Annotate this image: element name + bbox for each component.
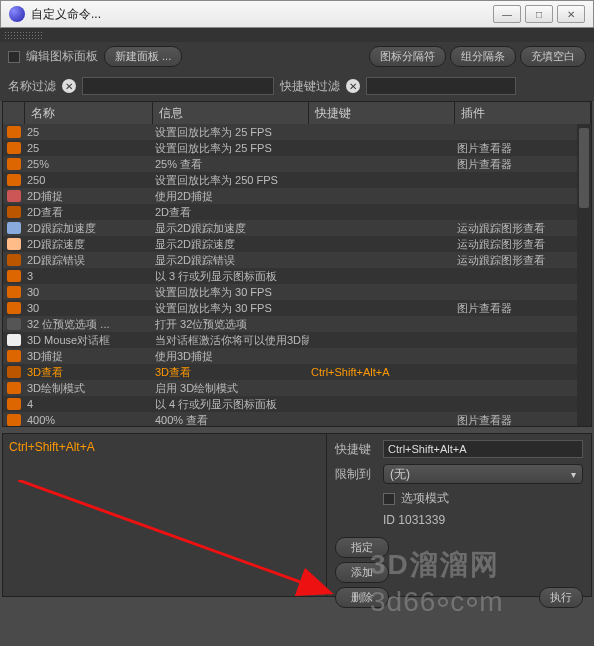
cell-name: 2D跟踪错误 xyxy=(25,253,153,268)
table-row[interactable]: 25设置回放比率为 25 FPS xyxy=(3,124,577,140)
toolbar: 编辑图标面板 新建面板 ... 图标分隔符 组分隔条 充填空白 xyxy=(0,42,594,71)
close-button[interactable]: ✕ xyxy=(557,5,585,23)
cell-info: 以 3 行或列显示图标面板 xyxy=(153,269,309,284)
cell-plugin: 图片查看器 xyxy=(455,141,577,156)
cell-plugin: 运动跟踪图形查看 xyxy=(455,237,577,252)
row-icon xyxy=(3,302,25,314)
row-icon xyxy=(3,174,25,186)
cell-plugin: 运动跟踪图形查看 xyxy=(455,221,577,236)
shortcut-filter-clear-icon[interactable]: ✕ xyxy=(346,79,360,93)
icon-separator-button[interactable]: 图标分隔符 xyxy=(369,46,446,67)
name-filter-label: 名称过滤 xyxy=(8,78,56,95)
shortcut-field-label: 快捷键 xyxy=(335,441,377,458)
new-panel-button[interactable]: 新建面板 ... xyxy=(104,46,182,67)
table-row[interactable]: 2D跟踪速度显示2D跟踪速度运动跟踪图形查看 xyxy=(3,236,577,252)
cell-info: 2D查看 xyxy=(153,205,309,220)
command-id-text: ID 1031339 xyxy=(383,513,445,527)
table-row[interactable]: 30设置回放比率为 30 FPS xyxy=(3,284,577,300)
add-button[interactable]: 添加 xyxy=(335,562,389,583)
minimize-button[interactable]: — xyxy=(493,5,521,23)
cell-name: 3D查看 xyxy=(25,365,153,380)
row-icon xyxy=(3,270,25,282)
table-row[interactable]: 2D捕捉使用2D捕捉 xyxy=(3,188,577,204)
row-icon xyxy=(3,398,25,410)
cell-name: 25 xyxy=(25,142,153,154)
row-icon xyxy=(3,382,25,394)
command-table: 名称 信息 快捷键 插件 25设置回放比率为 25 FPS25设置回放比率为 2… xyxy=(2,101,592,427)
header-shortcut[interactable]: 快捷键 xyxy=(309,102,455,125)
table-row[interactable]: 25设置回放比率为 25 FPS图片查看器 xyxy=(3,140,577,156)
row-icon xyxy=(3,142,25,154)
cell-name: 25% xyxy=(25,158,153,170)
name-filter-input[interactable] xyxy=(82,77,274,95)
row-icon xyxy=(3,158,25,170)
cell-name: 32 位预览选项 ... xyxy=(25,317,153,332)
fill-blank-button[interactable]: 充填空白 xyxy=(520,46,586,67)
header-name[interactable]: 名称 xyxy=(25,102,153,125)
row-icon xyxy=(3,238,25,250)
header-plugin[interactable]: 插件 xyxy=(455,102,591,125)
shortcut-filter-input[interactable] xyxy=(366,77,516,95)
cell-name: 3D Mouse对话框 xyxy=(25,333,153,348)
row-icon xyxy=(3,350,25,362)
table-row[interactable]: 400%400% 查看图片查看器 xyxy=(3,412,577,426)
grip-bar[interactable] xyxy=(0,28,594,42)
restrict-select[interactable]: (无) xyxy=(383,464,583,484)
edit-panel-label: 编辑图标面板 xyxy=(26,48,98,65)
table-row[interactable]: 25%25% 查看图片查看器 xyxy=(3,156,577,172)
cell-info: 使用2D捕捉 xyxy=(153,189,309,204)
cell-name: 2D查看 xyxy=(25,205,153,220)
table-row[interactable]: 30设置回放比率为 30 FPS图片查看器 xyxy=(3,300,577,316)
header-info[interactable]: 信息 xyxy=(153,102,309,125)
cell-plugin: 图片查看器 xyxy=(455,413,577,427)
assign-button[interactable]: 指定 xyxy=(335,537,389,558)
vertical-scrollbar[interactable] xyxy=(577,124,591,426)
window-titlebar: 自定义命令... — □ ✕ xyxy=(0,0,594,28)
table-row[interactable]: 250设置回放比率为 250 FPS xyxy=(3,172,577,188)
table-row[interactable]: 2D查看2D查看 xyxy=(3,204,577,220)
table-row[interactable]: 2D跟踪错误显示2D跟踪错误运动跟踪图形查看 xyxy=(3,252,577,268)
table-row[interactable]: 3D查看3D查看Ctrl+Shift+Alt+A xyxy=(3,364,577,380)
cell-info: 3D查看 xyxy=(153,365,309,380)
table-row[interactable]: 4以 4 行或列显示图标面板 xyxy=(3,396,577,412)
table-row[interactable]: 2D跟踪加速度显示2D跟踪加速度运动跟踪图形查看 xyxy=(3,220,577,236)
cell-name: 2D跟踪速度 xyxy=(25,237,153,252)
group-separator-button[interactable]: 组分隔条 xyxy=(450,46,516,67)
name-filter-clear-icon[interactable]: ✕ xyxy=(62,79,76,93)
table-row[interactable]: 3D绘制模式启用 3D绘制模式 xyxy=(3,380,577,396)
cell-name: 250 xyxy=(25,174,153,186)
table-row[interactable]: 3D捕捉使用3D捕捉 xyxy=(3,348,577,364)
cell-info: 设置回放比率为 30 FPS xyxy=(153,285,309,300)
cell-info: 设置回放比率为 250 FPS xyxy=(153,173,309,188)
row-icon xyxy=(3,286,25,298)
cell-info: 设置回放比率为 25 FPS xyxy=(153,141,309,156)
table-header: 名称 信息 快捷键 插件 xyxy=(3,102,591,126)
row-icon xyxy=(3,222,25,234)
maximize-button[interactable]: □ xyxy=(525,5,553,23)
option-mode-checkbox[interactable] xyxy=(383,493,395,505)
table-row[interactable]: 32 位预览选项 ...打开 32位预览选项 xyxy=(3,316,577,332)
shortcut-input[interactable] xyxy=(383,440,583,458)
restrict-label: 限制到 xyxy=(335,466,377,483)
row-icon xyxy=(3,254,25,266)
run-button[interactable]: 执行 xyxy=(539,587,583,608)
cell-info: 显示2D跟踪加速度 xyxy=(153,221,309,236)
cell-name: 2D跟踪加速度 xyxy=(25,221,153,236)
row-icon xyxy=(3,190,25,202)
cell-name: 30 xyxy=(25,302,153,314)
cell-info: 显示2D跟踪错误 xyxy=(153,253,309,268)
row-icon xyxy=(3,366,25,378)
cell-info: 显示2D跟踪速度 xyxy=(153,237,309,252)
scrollbar-thumb[interactable] xyxy=(579,128,589,208)
row-icon xyxy=(3,414,25,426)
cell-name: 3D捕捉 xyxy=(25,349,153,364)
edit-panel-checkbox[interactable] xyxy=(8,51,20,63)
cell-name: 25 xyxy=(25,126,153,138)
table-row[interactable]: 3以 3 行或列显示图标面板 xyxy=(3,268,577,284)
cell-name: 3D绘制模式 xyxy=(25,381,153,396)
delete-button[interactable]: 删除 xyxy=(335,587,389,608)
table-row[interactable]: 3D Mouse对话框当对话框激活你将可以使用3D鼠 xyxy=(3,332,577,348)
option-mode-label: 选项模式 xyxy=(401,490,449,507)
cell-info: 当对话框激活你将可以使用3D鼠 xyxy=(153,333,309,348)
current-shortcut-display: Ctrl+Shift+Alt+A xyxy=(9,440,95,454)
